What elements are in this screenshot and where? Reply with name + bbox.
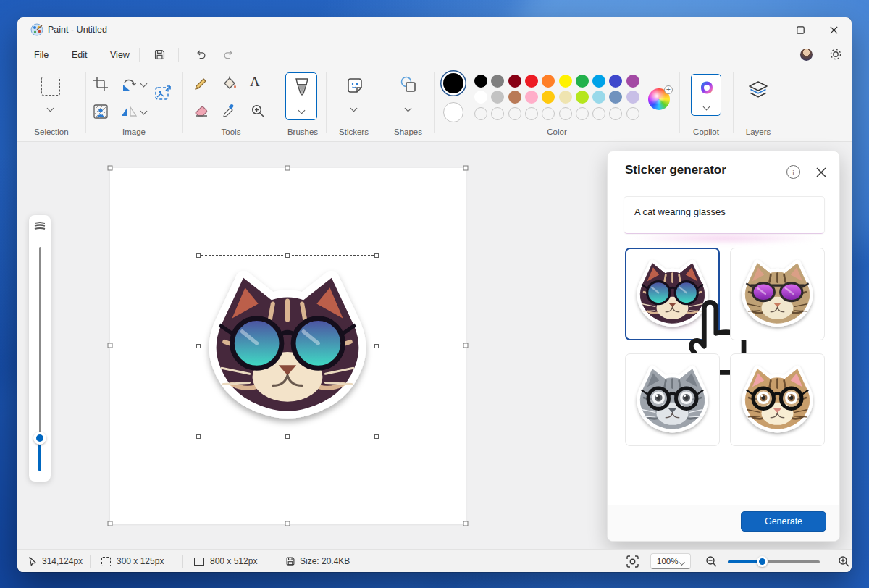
canvas-resize-handle[interactable] [108, 521, 113, 526]
palette-color-swatch[interactable] [609, 75, 622, 88]
undo-button[interactable] [190, 45, 210, 64]
palette-color-swatch[interactable] [542, 91, 555, 104]
chevron-down-icon[interactable] [47, 106, 54, 112]
sticker-thumbnail-2[interactable] [730, 248, 825, 340]
sticker-thumbnail-3[interactable] [625, 353, 720, 446]
chevron-down-icon[interactable] [405, 106, 412, 112]
sticker-tool-icon[interactable] [345, 75, 365, 96]
generate-button[interactable]: Generate [741, 511, 826, 532]
palette-empty-slot[interactable] [559, 107, 572, 120]
magnifier-icon[interactable] [250, 103, 266, 119]
zoom-in-icon[interactable] [838, 555, 850, 568]
canvas-resize-handle[interactable] [285, 166, 290, 171]
selection-tool-button[interactable] [41, 77, 60, 96]
minimize-button[interactable] [750, 17, 784, 42]
chevron-down-icon[interactable] [140, 81, 148, 87]
palette-color-swatch[interactable] [576, 75, 589, 88]
text-tool-icon[interactable]: A [250, 74, 260, 90]
account-avatar[interactable] [800, 49, 813, 61]
menu-view[interactable]: View [104, 47, 136, 63]
selection-handle[interactable] [285, 253, 290, 258]
selection-handle[interactable] [285, 434, 290, 439]
menu-edit[interactable]: Edit [65, 47, 94, 63]
selection-marquee[interactable] [198, 255, 377, 437]
palette-empty-slot[interactable] [508, 107, 521, 120]
palette-empty-slot[interactable] [491, 107, 504, 120]
selection-handle[interactable] [196, 253, 201, 258]
background-removal-icon[interactable] [92, 103, 109, 120]
zoom-out-icon[interactable] [705, 555, 718, 568]
palette-color-swatch[interactable] [609, 91, 622, 104]
prompt-input[interactable]: A cat wearing glasses [624, 196, 825, 234]
selection-handle[interactable] [196, 434, 201, 439]
selection-handle[interactable] [196, 344, 201, 348]
palette-color-swatch[interactable] [626, 75, 639, 88]
palette-color-swatch[interactable] [474, 75, 487, 88]
palette-empty-slot[interactable] [576, 107, 589, 120]
selection-handle[interactable] [374, 253, 379, 258]
selection-handle[interactable] [374, 434, 379, 439]
canvas-resize-handle[interactable] [108, 343, 113, 348]
eyedropper-icon[interactable] [222, 103, 238, 119]
close-button[interactable] [817, 17, 850, 42]
canvas-resize-handle[interactable] [463, 343, 469, 348]
resize-image-icon[interactable] [154, 84, 172, 103]
thickness-slider-track[interactable] [39, 247, 41, 438]
canvas-resize-handle[interactable] [463, 166, 469, 171]
brushes-button[interactable] [285, 72, 317, 120]
redo-button[interactable] [219, 45, 239, 64]
sticker-thumbnail-1[interactable] [625, 248, 720, 340]
palette-color-swatch[interactable] [508, 91, 521, 104]
palette-color-swatch[interactable] [491, 75, 504, 88]
palette-color-swatch[interactable] [559, 75, 572, 88]
canvas-resize-handle[interactable] [463, 521, 469, 526]
fill-bucket-icon[interactable] [222, 75, 238, 91]
chevron-down-icon[interactable] [298, 108, 306, 114]
palette-color-swatch[interactable] [576, 91, 589, 104]
save-button[interactable] [149, 45, 169, 64]
shapes-tool-icon[interactable] [398, 75, 419, 96]
chevron-down-icon[interactable] [703, 104, 710, 110]
palette-empty-slot[interactable] [542, 107, 555, 120]
flip-icon[interactable] [120, 103, 138, 120]
copilot-button[interactable] [691, 74, 721, 116]
crop-icon[interactable] [92, 75, 109, 93]
palette-empty-slot[interactable] [474, 107, 487, 120]
palette-empty-slot[interactable] [609, 107, 622, 120]
canvas-resize-handle[interactable] [285, 521, 290, 526]
titlebar[interactable]: Paint - Untitled [17, 17, 852, 42]
info-icon[interactable]: i [786, 165, 800, 179]
settings-button[interactable] [828, 46, 844, 62]
menu-file[interactable]: File [28, 47, 55, 63]
sticker-thumbnail-4[interactable] [730, 353, 825, 446]
palette-color-swatch[interactable] [508, 75, 521, 88]
zoom-level-dropdown[interactable]: 100% [650, 553, 691, 569]
palette-color-swatch[interactable] [491, 91, 504, 104]
eraser-icon[interactable] [193, 103, 209, 119]
fit-to-screen-icon[interactable] [626, 555, 639, 568]
chevron-down-icon[interactable] [140, 109, 148, 114]
rotate-icon[interactable] [120, 75, 138, 93]
palette-color-swatch[interactable] [542, 75, 555, 88]
palette-color-swatch[interactable] [592, 91, 605, 104]
palette-color-swatch[interactable] [592, 75, 605, 88]
foreground-color-swatch[interactable] [443, 73, 463, 93]
palette-color-swatch[interactable] [474, 91, 487, 104]
layers-icon[interactable] [747, 80, 769, 101]
panel-close-button[interactable] [813, 164, 830, 181]
palette-empty-slot[interactable] [626, 107, 639, 120]
zoom-slider-thumb[interactable] [757, 556, 768, 567]
selection-handle[interactable] [374, 344, 379, 348]
pencil-icon[interactable] [193, 75, 209, 91]
palette-empty-slot[interactable] [592, 107, 605, 120]
palette-color-swatch[interactable] [626, 91, 639, 104]
maximize-button[interactable] [784, 17, 817, 42]
palette-color-swatch[interactable] [559, 91, 572, 104]
palette-color-swatch[interactable] [525, 91, 538, 104]
thickness-slider-thumb[interactable] [33, 432, 46, 445]
canvas-resize-handle[interactable] [108, 166, 113, 171]
palette-color-swatch[interactable] [525, 75, 538, 88]
chevron-down-icon[interactable] [350, 106, 358, 112]
background-color-swatch[interactable] [443, 102, 463, 122]
palette-empty-slot[interactable] [525, 107, 538, 120]
